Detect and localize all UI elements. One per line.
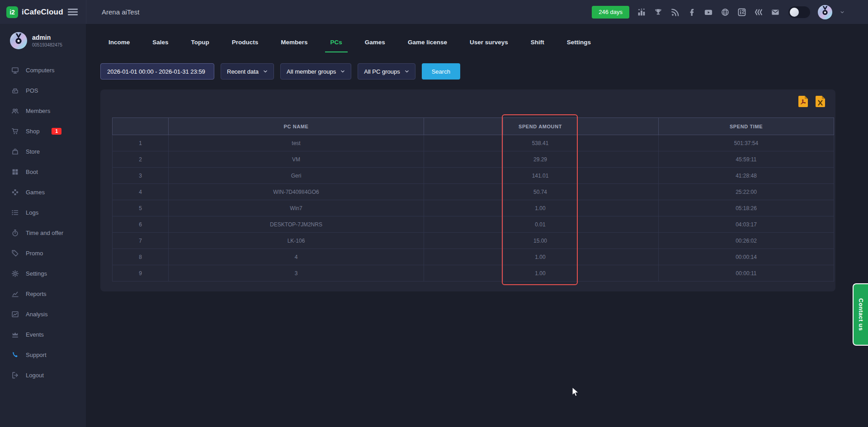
cell-pc-name: WIN-7D409II4GO6 [169,184,424,200]
tab-sales[interactable]: Sales [147,39,174,52]
sidebar-item-promo[interactable]: Promo [0,243,86,263]
topbar: i2 iCafeCloud Arena aiTest 246 days [0,0,868,24]
sidebar-item-label: Games [26,189,45,196]
app-logo[interactable]: i2 iCafeCloud [6,0,63,24]
hamburger-menu-icon[interactable] [68,9,78,17]
cell-spend-time: 00:00:11 [659,265,834,282]
username: admin [32,34,62,41]
sidebar-item-games[interactable]: Games [0,182,86,202]
sidebar-item-computers[interactable]: Computers [0,60,86,80]
cell-empty [424,216,503,233]
sidebar-item-members[interactable]: Members [0,101,86,121]
sidebar-item-boot[interactable]: Boot [0,162,86,182]
tab-user-surveys[interactable]: User surveys [464,39,514,52]
export-pdf-icon[interactable] [798,95,808,108]
cell-no: 3 [113,168,169,184]
cell-spend-amount: 1.00 [503,265,578,282]
sidebar-item-analysis[interactable]: Analysis [0,304,86,324]
cell-spend-time: 04:03:17 [659,216,834,233]
cell-empty [578,184,659,200]
sidebar-item-logout[interactable]: Logout [0,365,86,385]
contact-us-label: Contact us [858,298,864,331]
page-title: Arena aiTest [102,0,139,24]
stats-podium-icon[interactable] [637,8,646,17]
cell-empty [578,265,659,282]
filters-row: Recent data All member groups All PC gro… [100,63,868,80]
tab-pcs[interactable]: PCs [325,39,348,52]
cell-empty [578,151,659,168]
tab-topup[interactable]: Topup [186,39,215,52]
toggle-knob-icon [790,8,799,17]
tab-products[interactable]: Products [226,39,264,52]
sidebar-item-store[interactable]: Store [0,141,86,162]
table-row: 841.0000:00:14 [113,249,834,265]
sidebar-item-label: Logs [26,209,38,216]
cell-empty [424,265,503,282]
chevron-down-icon [405,69,409,74]
column-header-empty [113,118,169,135]
cell-empty [424,233,503,249]
cell-spend-amount: 1.00 [503,200,578,216]
cell-spend-time: 05:18:26 [659,200,834,216]
notification-badge: 1 [52,128,61,135]
globe-icon[interactable] [721,8,730,17]
chevron-down-icon[interactable] [840,10,844,14]
cell-spend-time: 501:37:54 [659,135,834,151]
triple-chevrons-icon[interactable] [754,8,763,17]
date-range-input[interactable] [100,63,214,80]
mail-icon[interactable] [771,8,780,17]
cell-spend-amount: 15.00 [503,233,578,249]
cell-empty [578,249,659,265]
tab-members[interactable]: Members [275,39,313,52]
tab-settings[interactable]: Settings [561,39,596,52]
store-bag-icon [11,148,19,155]
windows-icon [11,168,19,176]
sidebar: admin 005193482475 ComputersPOSMembersSh… [0,24,86,427]
tab-game-license[interactable]: Game license [402,39,453,52]
cell-spend-time: 00:26:02 [659,233,834,249]
sidebar-item-pos[interactable]: POS [0,80,86,101]
sidebar-item-logs[interactable]: Logs [0,202,86,223]
rss-icon[interactable] [670,8,679,17]
sidebar-item-settings[interactable]: Settings [0,263,86,284]
sidebar-item-events[interactable]: Events [0,324,86,345]
sidebar-user-block[interactable]: admin 005193482475 [0,24,86,49]
contact-us-tab[interactable]: Contact us [853,283,868,346]
cart-icon [11,127,19,135]
phone-icon [11,351,19,359]
sidebar-item-label: Logout [26,372,44,379]
search-button[interactable]: Search [422,63,460,80]
data-scope-dropdown[interactable]: Recent data [221,63,274,80]
member-group-dropdown[interactable]: All member groups [280,63,351,80]
sidebar-item-label: Events [26,331,44,338]
cell-empty [424,249,503,265]
cell-no: 1 [113,135,169,151]
cell-spend-amount: 538.41 [503,135,578,151]
cell-pc-name: Win7 [169,200,424,216]
sidebar-item-shop[interactable]: Shop1 [0,121,86,141]
icafecloud-icon[interactable] [737,8,746,17]
tab-shift[interactable]: Shift [525,39,550,52]
sidebar-item-support[interactable]: Support [0,345,86,365]
tab-games[interactable]: Games [359,39,391,52]
subscription-days-badge[interactable]: 246 days [592,6,629,19]
chevron-down-icon [340,69,345,74]
list-icon [11,209,19,216]
cell-empty [424,168,503,184]
sidebar-item-label: Members [26,108,50,114]
cell-no: 2 [113,151,169,168]
icafecloud-logo-icon: i2 [6,6,18,18]
user-avatar[interactable] [818,5,832,19]
youtube-icon[interactable] [704,8,713,17]
pc-group-dropdown[interactable]: All PC groups [358,63,415,80]
sidebar-item-time-and-offer[interactable]: Time and offer [0,223,86,243]
sidebar-item-reports[interactable]: Reports [0,284,86,304]
sidebar-avatar [10,32,27,49]
facebook-icon[interactable] [687,8,696,17]
tab-income[interactable]: Income [103,39,135,52]
theme-toggle[interactable] [788,6,810,18]
column-header-empty [424,118,503,135]
export-excel-icon[interactable] [815,95,826,108]
trophy-icon[interactable] [654,8,663,17]
tag-icon [11,249,19,257]
